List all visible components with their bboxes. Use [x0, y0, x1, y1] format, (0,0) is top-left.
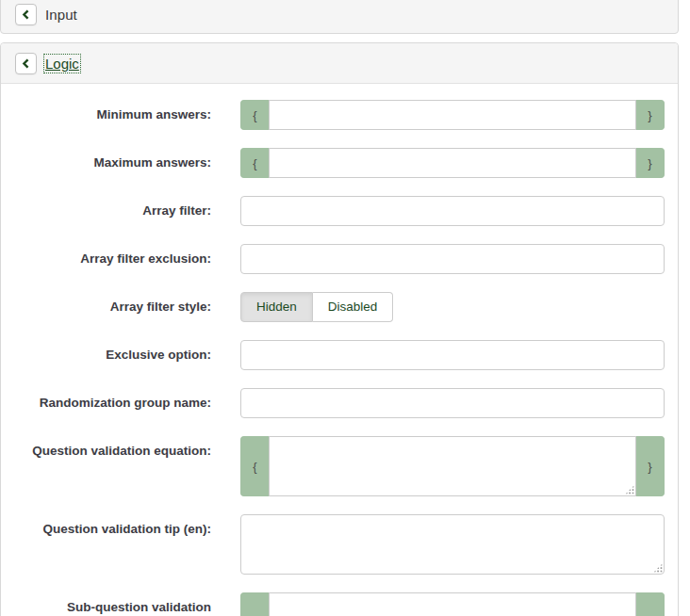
array-filter-exclusion-label: Array filter exclusion:: [1, 244, 211, 267]
form-row-question-validation-tip: Question validation tip (en):: [1, 514, 678, 575]
form-row-array-filter: Array filter:: [1, 196, 678, 226]
question-validation-tip-label: Question validation tip (en):: [1, 514, 211, 537]
array-filter-style-hidden-button[interactable]: Hidden: [240, 292, 313, 322]
input-panel-title: Input: [45, 7, 77, 23]
input-collapse-button[interactable]: [15, 4, 37, 25]
question-validation-equation-textarea[interactable]: [269, 436, 636, 496]
form-row-array-filter-exclusion: Array filter exclusion:: [1, 244, 678, 274]
logic-settings-screen: Input Logic Minimum answers: {: [0, 0, 690, 616]
maximum-answers-label: Maximum answers:: [1, 148, 211, 170]
chevron-left-icon: [20, 8, 32, 21]
logic-collapse-button[interactable]: [15, 53, 37, 74]
randomization-group-name-input[interactable]: [240, 388, 665, 418]
open-brace-addon: {: [240, 592, 269, 616]
logic-panel: Logic Minimum answers: { } Maximum answe…: [0, 42, 679, 616]
question-validation-tip-textarea[interactable]: [240, 514, 665, 575]
logic-panel-title-link[interactable]: Logic: [45, 56, 79, 72]
open-brace-addon: {: [240, 436, 269, 496]
logic-panel-header: Logic: [1, 43, 678, 84]
array-filter-input[interactable]: [240, 196, 665, 226]
form-row-subquestion-validation: Sub-question validation { }: [1, 592, 678, 616]
form-row-question-validation-equation: Question validation equation: { }: [1, 436, 678, 496]
close-brace-addon: }: [636, 436, 665, 496]
randomization-group-name-label: Randomization group name:: [1, 388, 211, 411]
question-validation-equation-label: Question validation equation:: [1, 436, 211, 459]
minimum-answers-label: Minimum answers:: [1, 100, 211, 122]
close-brace-addon: }: [636, 100, 665, 130]
array-filter-style-button-group: Hidden Disabled: [240, 292, 393, 322]
array-filter-style-label: Array filter style:: [1, 292, 211, 315]
chevron-left-icon: [20, 57, 32, 70]
close-brace-addon: }: [636, 592, 665, 616]
form-row-exclusive-option: Exclusive option:: [1, 340, 678, 370]
subquestion-validation-label: Sub-question validation: [1, 592, 211, 615]
form-row-maximum-answers: Maximum answers: { }: [1, 148, 678, 178]
form-row-minimum-answers: Minimum answers: { }: [1, 100, 678, 130]
array-filter-style-disabled-button[interactable]: Disabled: [313, 292, 394, 322]
subquestion-validation-textarea[interactable]: [269, 592, 636, 616]
minimum-answers-input[interactable]: [269, 100, 636, 130]
close-brace-addon: }: [636, 148, 665, 178]
form-row-array-filter-style: Array filter style: Hidden Disabled: [1, 292, 678, 322]
array-filter-exclusion-input[interactable]: [240, 244, 665, 274]
open-brace-addon: {: [240, 100, 269, 130]
input-panel-header: Input: [0, 0, 679, 34]
form-row-randomization-group-name: Randomization group name:: [1, 388, 678, 418]
maximum-answers-input[interactable]: [269, 148, 636, 178]
array-filter-label: Array filter:: [1, 196, 211, 219]
logic-panel-body: Minimum answers: { } Maximum answers: {: [1, 84, 678, 616]
open-brace-addon: {: [240, 148, 269, 178]
exclusive-option-label: Exclusive option:: [1, 340, 211, 363]
exclusive-option-input[interactable]: [240, 340, 665, 370]
